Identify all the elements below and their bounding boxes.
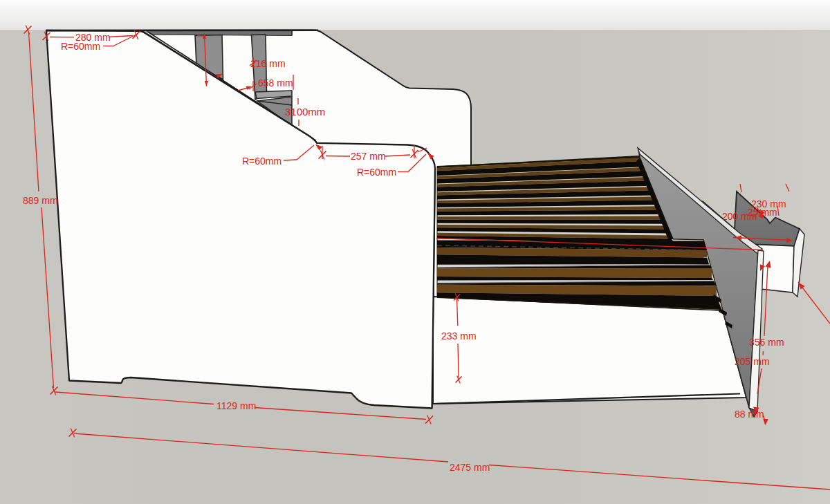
svg-text:R=60mm: R=60mm xyxy=(242,156,282,167)
svg-text:1129 mm: 1129 mm xyxy=(216,400,256,411)
svg-text:356 mm: 356 mm xyxy=(749,337,784,348)
svg-text:88 mm: 88 mm xyxy=(735,409,764,420)
svg-text:R=60mm: R=60mm xyxy=(357,167,396,178)
svg-text:257 mm: 257 mm xyxy=(351,151,386,162)
svg-text:216 mm: 216 mm xyxy=(250,58,286,69)
svg-text:R=60mm: R=60mm xyxy=(61,41,100,52)
svg-text:889 mm: 889 mm xyxy=(23,195,58,206)
svg-text:205 mm: 205 mm xyxy=(735,356,770,367)
svg-text:3100mm: 3100mm xyxy=(285,106,325,118)
svg-text:658 mm: 658 mm xyxy=(258,77,293,88)
svg-text:233 mm: 233 mm xyxy=(441,330,477,342)
svg-text:2475 mm: 2475 mm xyxy=(450,462,490,473)
